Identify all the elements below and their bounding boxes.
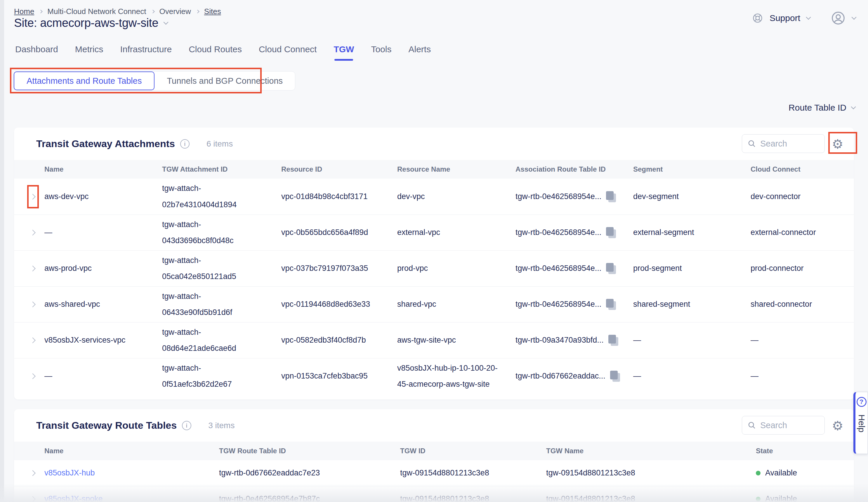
chevron-down-icon — [851, 104, 856, 109]
support-button[interactable]: Support — [769, 13, 800, 23]
cell-tgw-attachment-id: tgw-attach-0f51aefc3b62d2e67 — [162, 360, 281, 393]
tab-cloud-routes[interactable]: Cloud Routes — [189, 44, 242, 61]
cell-tgw-name: tgw-09154d8801213c3e8 — [546, 491, 756, 502]
attachments-table-body: aws-dev-vpc tgw-attach-02b7e4310404d1894… — [14, 179, 854, 394]
row-expand-chevron[interactable] — [29, 265, 36, 272]
association-route-table-id-text: tgw-rtb-0e462568954e... — [516, 260, 601, 276]
cell-tgw-route-table-id: tgw-rtb-0d67662eaddac7e23 — [219, 465, 400, 481]
tab-infrastructure[interactable]: Infrastructure — [120, 44, 172, 61]
route-tables-search — [742, 416, 825, 435]
column-header: TGW Route Table ID — [219, 443, 400, 458]
attachments-settings-gear[interactable]: ⚙ — [829, 135, 846, 153]
attachments-search-input[interactable] — [760, 139, 820, 148]
tab-dashboard[interactable]: Dashboard — [15, 44, 58, 61]
tab-tgw[interactable]: TGW — [333, 44, 354, 61]
info-circle-icon[interactable] — [180, 139, 189, 148]
cell-segment: prod-segment — [633, 260, 751, 276]
cell-association-route-table-id: tgw-rtb-0e462568954e... — [516, 189, 633, 205]
tab-tools[interactable]: Tools — [371, 44, 391, 61]
row-expand-chevron[interactable] — [29, 229, 36, 236]
column-header: Name — [44, 162, 162, 176]
route-table-id-dropdown[interactable]: Route Table ID — [788, 103, 855, 113]
chevron-down-icon[interactable] — [806, 15, 811, 20]
info-circle-icon[interactable] — [182, 421, 191, 430]
cell-resource-name: v85osbJX-hub-ip-10-100-20-45-acmecorp-aw… — [397, 360, 516, 393]
cell-cloud-connect: external-connector — [751, 224, 854, 240]
help-tab-label: Help — [857, 415, 867, 432]
subtab-tunnels-bgp[interactable]: Tunnels and BGP Connections — [155, 72, 295, 90]
tab-metrics[interactable]: Metrics — [75, 44, 103, 61]
user-avatar[interactable] — [830, 11, 846, 26]
attachments-search — [742, 134, 825, 153]
column-header: Association Route Table ID — [516, 162, 633, 176]
association-route-table-id-text: tgw-rtb-09a3470a93bfd... — [516, 332, 604, 348]
cell-resource-name: shared-vpc — [397, 296, 516, 312]
cell-association-route-table-id: tgw-rtb-0e462568954e... — [516, 224, 633, 240]
row-expand-chevron[interactable] — [29, 337, 36, 344]
route-tables-table-body: v85osbJX-hub tgw-rtb-0d67662eaddac7e23 t… — [14, 460, 854, 502]
subtab-attachments-route-tables[interactable]: Attachments and Route Tables — [14, 72, 155, 90]
breadcrumb-home[interactable]: Home — [14, 7, 34, 16]
cell-segment: external-segment — [633, 224, 751, 240]
state-text: Available — [765, 491, 797, 502]
main-tabs: Dashboard Metrics Infrastructure Cloud R… — [15, 44, 431, 61]
copy-icon[interactable] — [608, 334, 619, 346]
tab-cloud-connect[interactable]: Cloud Connect — [259, 44, 317, 61]
breadcrumb-overview: Overview — [159, 7, 191, 16]
cell-state: Available — [756, 465, 854, 481]
cell-state: Available — [756, 491, 854, 502]
cell-segment: — — [633, 368, 751, 384]
column-header: Segment — [633, 162, 751, 176]
cell-association-route-table-id: tgw-rtb-09a3470a93bfd... — [516, 332, 633, 348]
cell-resource-id: vpc-01194468d8ed63e33 — [281, 296, 397, 312]
attachments-table-header: Name TGW Attachment ID Resource ID Resou… — [14, 160, 854, 179]
chevron-right-icon — [39, 10, 43, 13]
cell-cloud-connect: dev-connector — [751, 189, 854, 205]
column-header: Resource Name — [397, 162, 516, 176]
copy-icon[interactable] — [606, 262, 617, 275]
route-tables-table-header: Name TGW Route Table ID TGW ID TGW Name … — [14, 442, 854, 460]
cell-tgw-id: tgw-09154d8801213c3e8 — [400, 465, 546, 481]
magnifier-icon — [747, 421, 756, 430]
row-expand-chevron[interactable] — [29, 373, 36, 380]
cell-tgw-attachment-id: tgw-attach-08d64e21ade6cae6d — [162, 324, 281, 357]
attachments-table-title: Transit Gateway Attachments — [36, 138, 175, 149]
cell-name-link[interactable]: v85osbJX-spoke — [44, 491, 219, 502]
cell-cloud-connect: prod-connector — [751, 260, 854, 276]
row-expand-chevron[interactable] — [29, 301, 36, 308]
copy-icon[interactable] — [606, 191, 617, 203]
breadcrumb-sites[interactable]: Sites — [204, 7, 221, 16]
route-tables-search-input[interactable] — [760, 420, 820, 430]
row-expand-chevron[interactable] — [29, 470, 36, 477]
attachment-row: aws-dev-vpc tgw-attach-02b7e4310404d1894… — [14, 179, 854, 215]
chevron-down-icon[interactable] — [852, 15, 857, 20]
row-expand-chevron[interactable] — [29, 495, 36, 502]
chevron-down-icon[interactable] — [164, 20, 168, 24]
cell-association-route-table-id: tgw-rtb-0e462568954e... — [516, 260, 633, 276]
copy-icon[interactable] — [610, 370, 621, 382]
cell-tgw-id: tgw-09154d8801213c3e8 — [400, 491, 546, 502]
left-edge-strip — [0, 0, 4, 502]
column-header: TGW Attachment ID — [162, 162, 281, 176]
association-route-table-id-text: tgw-rtb-0e462568954e... — [516, 224, 601, 240]
tab-alerts[interactable]: Alerts — [408, 44, 431, 61]
route-tables-settings-gear[interactable]: ⚙ — [829, 417, 846, 434]
cell-segment: — — [633, 332, 751, 348]
cell-name: — — [44, 368, 162, 384]
cell-tgw-attachment-id: tgw-attach-05ca042e850121ad5 — [162, 252, 281, 285]
cell-association-route-table-id: tgw-rtb-0d67662eaddac... — [516, 368, 633, 384]
column-header: State — [756, 443, 854, 458]
cell-association-route-table-id: tgw-rtb-0e462568954e... — [516, 296, 633, 312]
cell-tgw-attachment-id: tgw-attach-06433e90fd5b91d6f — [162, 289, 281, 321]
row-expand-chevron[interactable] — [29, 193, 36, 200]
copy-icon[interactable] — [606, 298, 617, 311]
copy-icon[interactable] — [606, 227, 617, 239]
cell-name-link[interactable]: v85osbJX-hub — [44, 465, 219, 481]
route-tables-title: Transit Gateway Route Tables — [36, 420, 177, 431]
question-circle-icon — [857, 397, 867, 407]
help-tab[interactable]: Help — [854, 392, 868, 454]
cell-tgw-attachment-id: tgw-attach-02b7e4310404d1894 — [162, 180, 281, 213]
attachments-card: Transit Gateway Attachments 6 items ⚙ Na… — [14, 127, 854, 399]
attachment-row: — tgw-attach-043d3696bc8f0d48c vpc-0b565… — [14, 215, 854, 250]
life-buoy-icon — [752, 12, 763, 24]
